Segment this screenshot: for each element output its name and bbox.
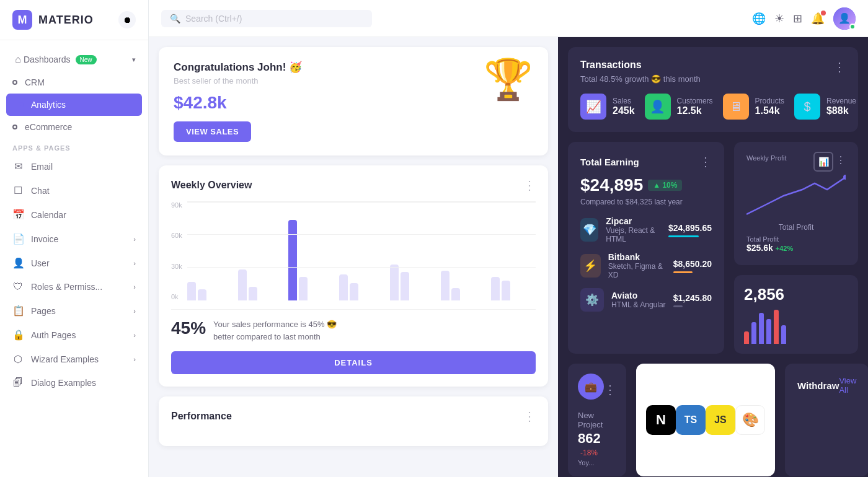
mini-bar-5	[774, 310, 779, 344]
theme-icon[interactable]: ☀	[774, 12, 784, 25]
bar-group-1	[187, 282, 232, 300]
menu-dots-icon[interactable]: ⋮	[523, 178, 536, 193]
weekly-overview-card: Weekly Overview ⋮ 90k 60k 30k 0k	[159, 165, 548, 387]
details-button[interactable]: DETAILS	[171, 351, 536, 374]
sidebar-item-auth[interactable]: 🔒 Auth Pages ›	[0, 323, 148, 347]
email-label: Email	[31, 162, 53, 172]
congrats-subtitle: Best seller of the month	[174, 76, 533, 85]
congrats-amount: $42.8k	[174, 93, 533, 113]
bar-group-7	[491, 277, 536, 300]
content-left: Congratulations John! 🥳 Best seller of t…	[149, 37, 558, 477]
bar-group-2	[238, 269, 283, 300]
sidebar-item-crm[interactable]: CRM	[0, 71, 148, 94]
chevron-right-icon: ›	[133, 331, 136, 339]
sidebar-item-dialog[interactable]: 🗐 Dialog Examples	[0, 371, 148, 395]
congrats-title: Congratulations John! 🥳	[174, 61, 533, 74]
sidebar-item-calendar[interactable]: 📅 Calendar	[0, 203, 148, 227]
withdraw-view-all[interactable]: View All	[839, 376, 856, 395]
new-project-badge: -18%	[580, 449, 598, 457]
view-sales-button[interactable]: VIEW SALES	[174, 121, 251, 142]
search-placeholder: Search (Ctrl+/)	[185, 14, 242, 24]
total-profit-label: Total Profit	[746, 223, 846, 232]
user-icon: 👤	[12, 257, 24, 269]
earning-badge: ▲ 10%	[648, 180, 682, 191]
earning-compare: Compared to $84,325 last year	[580, 198, 712, 206]
header-icons: ⏺	[118, 11, 136, 28]
profit-value-label: Total Profit	[746, 235, 793, 243]
pages-label: Pages	[31, 306, 56, 316]
sidebar-item-chat[interactable]: ☐ Chat	[0, 178, 148, 203]
header-icon-record[interactable]: ⏺	[118, 11, 136, 28]
products-icon: 🖥	[723, 94, 749, 120]
sidebar-item-pages[interactable]: 📋 Pages ›	[0, 299, 148, 323]
bar-group-3	[288, 220, 333, 300]
sidebar-item-wizard[interactable]: ⬡ Wizard Examples ›	[0, 347, 148, 371]
grid-icon[interactable]: ⊞	[793, 12, 802, 25]
search-icon: 🔍	[170, 14, 180, 24]
profit-badge: +42%	[776, 245, 793, 252]
zipcar-name: Zipcar	[606, 216, 661, 226]
profit-menu-icon[interactable]: ⋮	[836, 154, 846, 166]
invoice-icon: 📄	[12, 233, 24, 245]
transaction-list: 💎 Zipcar Vuejs, React & HTML $24,895.65	[580, 216, 712, 312]
earning-menu-icon[interactable]: ⋮	[699, 154, 712, 169]
translate-icon[interactable]: 🌐	[752, 12, 766, 25]
transaction-item-aviato: ⚙️ Aviato HTML & Angular $1,245.80	[580, 288, 712, 312]
right-sub-column: Weekly Profit ⋮ 📊 Total Profit	[734, 142, 858, 354]
trophy-icon: 🏆	[484, 59, 533, 99]
nextjs-logo: N	[646, 405, 676, 435]
sidebar-item-analytics[interactable]: Analytics	[6, 94, 142, 116]
bitbank-name: Bitbank	[608, 252, 666, 262]
performance-menu-icon[interactable]: ⋮	[523, 409, 536, 424]
dashboards-label: Dashboards	[24, 55, 71, 64]
bar-group-6	[441, 271, 485, 300]
performance-card: Performance ⋮	[159, 396, 548, 446]
revenue-label: Revenue	[826, 97, 856, 105]
new-project-menu-icon[interactable]: ⋮	[604, 382, 616, 397]
chevron-right-icon: ›	[133, 235, 136, 243]
search-box[interactable]: 🔍 Search (Ctrl+/)	[161, 10, 372, 27]
aviato-sub: HTML & Angular	[611, 300, 666, 309]
weekly-footer: 45% Your sales performance is 45% 😎 bett…	[171, 309, 536, 343]
avatar-wrapper[interactable]: 👤	[833, 7, 856, 30]
calendar-label: Calendar	[31, 210, 66, 220]
roles-label: Roles & Permiss...	[31, 282, 102, 292]
calendar-icon: 📅	[12, 209, 24, 221]
invoice-label: Invoice	[31, 234, 58, 244]
mini-bar-2	[751, 322, 756, 344]
transactions-card: Transactions Total 48.5% growth 😎 this m…	[568, 47, 858, 132]
circle-icon	[12, 125, 17, 129]
withdraw-title: Withdraw	[797, 380, 839, 391]
sales-value: 245k	[613, 105, 635, 116]
earning-amount: $24,895 ▲ 10%	[580, 175, 712, 195]
email-icon: ✉	[12, 160, 24, 172]
sales-icon: 📈	[580, 94, 606, 120]
transaction-item-zipcar: 💎 Zipcar Vuejs, React & HTML $24,895.65	[580, 216, 712, 243]
sidebar-item-invoice[interactable]: 📄 Invoice ›	[0, 227, 148, 251]
stat-customers: 👤 Customers 12.5k	[645, 94, 713, 120]
shield-icon: 🛡	[12, 281, 24, 292]
user-label: User	[31, 258, 50, 268]
sidebar-item-email[interactable]: ✉ Email	[0, 154, 148, 178]
bitbank-icon: ⚡	[580, 254, 601, 278]
sales-label: Sales	[613, 97, 635, 105]
figma-logo: 🎨	[735, 405, 765, 435]
stat-sales: 📈 Sales 245k	[580, 94, 635, 120]
sidebar-item-roles[interactable]: 🛡 Roles & Permiss... ›	[0, 275, 148, 299]
performance-title: Performance	[171, 411, 232, 422]
topbar-right: 🌐 ☀ ⊞ 🔔 👤	[752, 7, 856, 30]
zipcar-icon: 💎	[580, 218, 598, 242]
stat-products: 🖥 Products 1.54k	[723, 94, 784, 120]
mini-bar-1	[744, 331, 749, 344]
notification-dot	[821, 11, 826, 15]
sidebar-item-dashboards[interactable]: ⌂ Dashboards New ▾	[0, 48, 148, 71]
dialog-icon: 🗐	[12, 377, 24, 388]
customers-label: Customers	[677, 97, 713, 105]
notification-icon[interactable]: 🔔	[811, 12, 825, 25]
customers-icon: 👤	[645, 94, 671, 120]
online-indicator	[849, 24, 856, 30]
sidebar-item-user[interactable]: 👤 User ›	[0, 251, 148, 275]
transactions-menu-icon[interactable]: ⋮	[833, 59, 846, 74]
sidebar-item-ecommerce[interactable]: eCommerce	[0, 116, 148, 138]
zipcar-amount: $24,895.65	[668, 223, 712, 237]
